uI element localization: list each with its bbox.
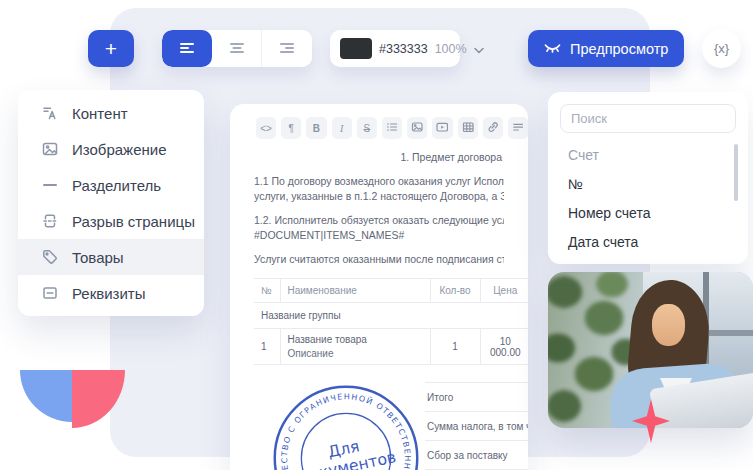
paragraph-line: 1.2. Исполнитель обязуется оказать следу… xyxy=(254,213,504,228)
menu-item-label: Контент xyxy=(72,105,128,122)
total-row-delivery[interactable]: Сбор за поставку xyxy=(425,440,528,469)
field-item-number[interactable]: № xyxy=(568,176,736,192)
bold-button[interactable]: B xyxy=(306,117,326,139)
product-qty: 1 xyxy=(430,329,480,365)
image-icon xyxy=(41,140,59,158)
color-hex-value: #333333 xyxy=(379,42,428,56)
tag-icon xyxy=(41,248,59,266)
bold-icon: B xyxy=(313,123,320,134)
menu-item-label: Реквизиты xyxy=(72,285,146,302)
product-name: Название товара xyxy=(288,334,423,345)
paragraph: 1.2. Исполнитель обязуется оказать следу… xyxy=(254,213,504,243)
paragraph-line: услуги, указанные в п.1.2 настоящего Дог… xyxy=(254,189,504,204)
product-number: 1 xyxy=(254,329,280,365)
document-variable-token: #DOCUMENT|ITEMS_NAMES# xyxy=(254,228,504,243)
align-center-button[interactable] xyxy=(212,30,262,67)
menu-item-page-break[interactable]: Разрыв страницы xyxy=(18,203,204,239)
paragraph-line: Услуги считаются оказанными после подпис… xyxy=(254,252,504,267)
link-button[interactable] xyxy=(483,117,503,139)
paragraph-button[interactable]: ¶ xyxy=(281,117,301,139)
menu-item-image[interactable]: Изображение xyxy=(18,131,204,167)
divider-icon xyxy=(41,176,59,194)
strikethrough-icon: S xyxy=(364,123,371,134)
color-swatch xyxy=(340,38,372,59)
products-table-header: № Наименование Кол-во Цена xyxy=(254,279,528,303)
page-break-icon xyxy=(41,212,59,230)
insert-video-icon xyxy=(436,121,448,135)
product-description: Описание xyxy=(288,348,423,359)
menu-item-label: Разделитель xyxy=(72,177,161,194)
text-color-picker[interactable]: #333333 100% xyxy=(330,30,460,67)
align-right-button[interactable] xyxy=(261,30,312,67)
align-left-button[interactable] xyxy=(162,30,212,67)
text-icon xyxy=(41,104,59,122)
photo-person-face xyxy=(652,304,685,346)
code-button[interactable]: <> xyxy=(256,117,276,139)
menu-item-content[interactable]: Контент xyxy=(18,95,204,131)
align-left-icon xyxy=(179,40,195,58)
color-opacity-value: 100% xyxy=(435,42,467,56)
menu-item-products[interactable]: Товары xyxy=(18,239,204,275)
italic-button[interactable]: I xyxy=(332,117,352,139)
products-table: № Наименование Кол-во Цена Название груп… xyxy=(254,278,528,365)
document-content[interactable]: 1. Предмет договора 1.1 По договору возм… xyxy=(230,150,528,365)
alignment-toggle-group xyxy=(162,30,312,67)
group-row-label: Название группы xyxy=(254,303,528,329)
col-number: № xyxy=(254,279,280,303)
col-qty: Кол-во xyxy=(430,279,480,303)
field-group-label: Счет xyxy=(568,147,736,163)
insert-table-button[interactable] xyxy=(458,117,478,139)
preview-eye-icon xyxy=(544,41,561,57)
menu-item-label: Изображение xyxy=(72,141,167,158)
paragraph-line: 1.1 По договору возмездного оказания усл… xyxy=(254,174,504,189)
field-item-invoice-number[interactable]: Номер счета xyxy=(568,205,736,221)
align-center-icon xyxy=(229,40,245,58)
total-row-tax[interactable]: Сумма налога, в том числе xyxy=(425,411,528,440)
document-editor-card: <> ¶ B I S 1. Предмет договора 1.1 По до… xyxy=(230,104,528,470)
insert-image-icon xyxy=(411,121,423,135)
link-icon xyxy=(487,121,499,135)
chevron-down-icon xyxy=(474,40,484,58)
group-row[interactable]: Название группы xyxy=(254,303,528,329)
editor-toolbar: <> ¶ B I S xyxy=(230,104,528,139)
totals-block: Итого Сумма налога, в том числе Сбор за … xyxy=(425,382,528,470)
menu-item-requisites[interactable]: Реквизиты xyxy=(18,275,204,311)
product-price: 10 000.00 xyxy=(480,329,528,365)
variables-button[interactable]: {x} xyxy=(702,29,741,68)
italic-icon: I xyxy=(340,123,343,134)
requisites-icon xyxy=(41,284,59,302)
plus-icon: + xyxy=(105,37,117,61)
block-menu: Контент Изображение Разделитель Разрыв с… xyxy=(18,90,204,316)
search-input[interactable] xyxy=(560,104,736,133)
text-align-button[interactable] xyxy=(508,117,528,139)
contract-heading: 1. Предмет договора xyxy=(254,150,504,165)
menu-item-label: Разрыв страницы xyxy=(72,213,195,230)
total-row-itogo[interactable]: Итого xyxy=(425,382,528,411)
decor-blue-quarter xyxy=(20,370,72,422)
text-align-icon xyxy=(512,121,524,135)
variables-icon: {x} xyxy=(714,41,729,56)
list-button[interactable] xyxy=(382,117,402,139)
add-block-button[interactable]: + xyxy=(88,30,134,67)
preview-button[interactable]: Предпросмотр xyxy=(528,30,684,67)
menu-item-label: Товары xyxy=(72,249,124,266)
strikethrough-button[interactable]: S xyxy=(357,117,377,139)
paragraph: Услуги считаются оказанными после подпис… xyxy=(254,252,504,267)
menu-item-divider[interactable]: Разделитель xyxy=(18,167,204,203)
company-stamp: ОБЩЕСТВО С ОГРАНИЧЕННОЙ ОТВЕТСТВЕННОСТЬЮ… xyxy=(270,382,422,470)
align-right-icon xyxy=(279,40,295,58)
col-name: Наименование xyxy=(280,279,430,303)
paragraph: 1.1 По договору возмездного оказания усл… xyxy=(254,174,504,204)
insert-video-button[interactable] xyxy=(432,117,452,139)
paragraph-icon: ¶ xyxy=(289,123,294,134)
preview-button-label: Предпросмотр xyxy=(570,41,668,57)
scrollbar[interactable] xyxy=(734,144,738,201)
field-item-invoice-date[interactable]: Дата счета xyxy=(568,234,736,250)
list-icon xyxy=(386,121,398,135)
insert-table-icon xyxy=(462,121,474,135)
fields-panel: Счет № Номер счета Дата счета xyxy=(548,92,748,264)
insert-image-button[interactable] xyxy=(407,117,427,139)
product-row[interactable]: 1 Название товара Описание 1 10 000.00 xyxy=(254,329,528,365)
col-price: Цена xyxy=(480,279,528,303)
code-icon: <> xyxy=(260,123,272,134)
